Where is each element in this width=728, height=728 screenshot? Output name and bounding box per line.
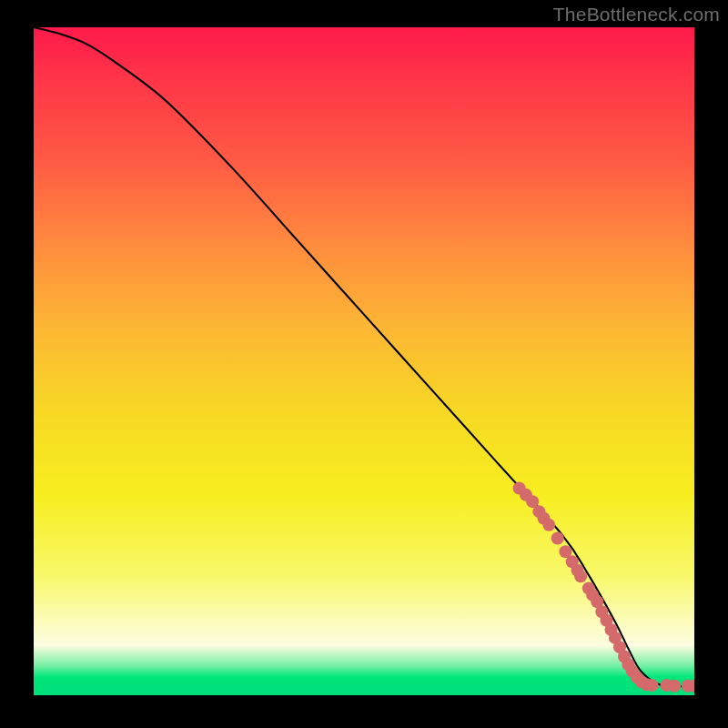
data-point [574, 570, 587, 582]
marker-cluster [513, 481, 694, 692]
chart-svg [34, 27, 694, 695]
data-point [551, 532, 564, 545]
bottleneck-curve [34, 27, 694, 686]
data-point [646, 679, 659, 692]
data-point [668, 680, 681, 693]
data-point [542, 519, 555, 531]
chart-stage: TheBottleneck.com [0, 0, 728, 728]
plot-area [34, 27, 694, 695]
watermark-label: TheBottleneck.com [553, 4, 720, 25]
